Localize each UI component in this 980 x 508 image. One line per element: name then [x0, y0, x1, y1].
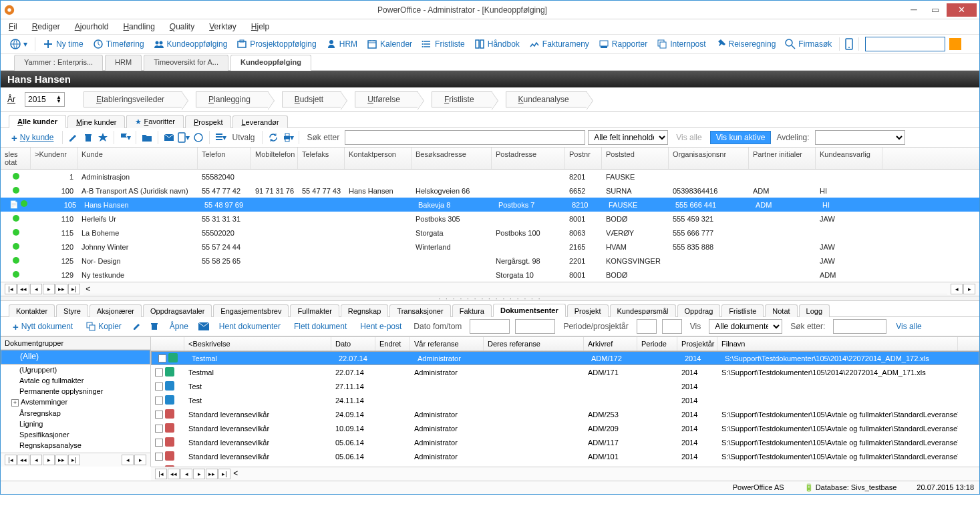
- table-row[interactable]: 110Herleifs Ur55 31 31 31Postboks 305800…: [1, 212, 979, 226]
- doc-col-header[interactable]: Deres referanse: [484, 337, 584, 350]
- detail-tab-regnskap[interactable]: Regnskap: [341, 304, 389, 317]
- dato-tom-input[interactable]: [515, 319, 555, 334]
- doc-col-header[interactable]: Filnavn: [717, 337, 958, 350]
- vis-select[interactable]: Alle dokumenter: [709, 319, 782, 334]
- tree-item[interactable]: (Alle): [1, 350, 150, 364]
- flag-icon[interactable]: ▾: [119, 132, 131, 144]
- mail-icon[interactable]: [163, 132, 175, 144]
- detail-tab-dokumentsenter[interactable]: Dokumentsenter: [493, 304, 566, 317]
- reiseregning-button[interactable]: Reiseregning: [711, 37, 780, 51]
- doc-col-header[interactable]: Periode: [637, 337, 677, 350]
- doc-row[interactable]: Testmal22.07.14AdministratorADM/1722014S…: [151, 351, 979, 365]
- table-row[interactable]: 129Ny testkundeStorgata 108001BODØADM: [1, 268, 979, 282]
- scroll-right[interactable]: ▸: [963, 284, 975, 294]
- col-header[interactable]: Besøksadresse: [412, 148, 492, 169]
- document-groups-tree[interactable]: Dokumentgrupper (Alle)(Ugruppert)Avtale …: [1, 337, 151, 467]
- table-row[interactable]: 125Nor- Design55 58 25 65Nergårsgt. 9822…: [1, 254, 979, 268]
- timeforing-button[interactable]: Timeføring: [89, 37, 148, 51]
- year-input[interactable]: 2015▲▼: [25, 92, 65, 107]
- scroll-left[interactable]: ◂: [951, 284, 963, 294]
- edit-icon[interactable]: [67, 132, 79, 144]
- menu-verktøy[interactable]: Verktøy: [209, 22, 236, 31]
- subtab-mine-kunder[interactable]: Mine kunder: [67, 115, 126, 128]
- doc-row[interactable]: Standard leveransevilkår05.06.14Administ…: [151, 435, 979, 449]
- nav-first[interactable]: |◂: [5, 284, 17, 294]
- detail-tab-transaksjoner[interactable]: Transaksjoner: [389, 304, 450, 317]
- doc-row[interactable]: Standard leveransevilkår10.09.14Administ…: [151, 421, 979, 435]
- search-field-select[interactable]: Alle felt inneholder: [588, 130, 668, 145]
- globe-icon[interactable]: [192, 132, 204, 144]
- col-header[interactable]: Poststed: [602, 148, 669, 169]
- toolbar-grid-icon[interactable]: [949, 38, 961, 50]
- col-header[interactable]: >Kundenr: [31, 148, 77, 169]
- vis-kun-aktive-button[interactable]: Vis kun aktive: [710, 131, 772, 144]
- col-header[interactable]: Postnr: [565, 148, 602, 169]
- nav-next[interactable]: ▸: [43, 284, 55, 294]
- col-header[interactable]: sles otat: [1, 148, 31, 169]
- utvalg-label[interactable]: Utvalg: [229, 133, 257, 142]
- detail-tab-kontakter[interactable]: Kontakter: [9, 304, 55, 317]
- phase-planlegging[interactable]: Planlegging: [196, 91, 269, 107]
- detail-tab-oppdrag[interactable]: Oppdrag: [677, 304, 721, 317]
- hrm-button[interactable]: HRM: [322, 37, 361, 51]
- table-row[interactable]: 📄 105Hans Hansen55 48 97 69Bakevja 8Post…: [1, 198, 979, 212]
- doc-col-header[interactable]: <Beskrivelse: [184, 337, 331, 350]
- customer-grid-body[interactable]: 1Administrasjon555820408201FAUSKE100A-B …: [1, 170, 979, 282]
- tree-item[interactable]: +Avstemminger: [1, 397, 150, 408]
- apne-button[interactable]: Åpne: [166, 320, 192, 332]
- tab-timeoversikt-for-a-[interactable]: Timeoversikt for A...: [144, 55, 228, 71]
- col-header[interactable]: Kundeansvarlig: [816, 148, 882, 169]
- subtab-alle-kunder[interactable]: Alle kunder: [9, 115, 66, 128]
- mobile-icon[interactable]: ▾: [178, 132, 190, 144]
- doc-row[interactable]: Standard leveransevilkår24.09.14Administ…: [151, 407, 979, 421]
- refresh-icon[interactable]: [267, 132, 279, 144]
- nav-nextpage[interactable]: ▸▸: [55, 284, 67, 294]
- nav-prev[interactable]: ◂: [30, 284, 42, 294]
- col-header[interactable]: Telefaks: [298, 148, 345, 169]
- kopier-button[interactable]: Kopier: [82, 320, 126, 332]
- tree-item[interactable]: Årsregnskap: [1, 408, 150, 419]
- prosjektaar-input[interactable]: [662, 319, 682, 334]
- phase-kundeanalyse[interactable]: Kundeanalyse: [506, 91, 587, 107]
- globe-dropdown[interactable]: ▾: [6, 37, 31, 51]
- tree-item[interactable]: (Ugruppert): [1, 364, 150, 375]
- close-button[interactable]: ✕: [947, 3, 977, 17]
- menu-handling[interactable]: Handling: [123, 22, 154, 31]
- nav-last[interactable]: ▸|: [68, 284, 80, 294]
- firmasok-button[interactable]: Firmasøk: [781, 37, 836, 51]
- avdeling-select[interactable]: [815, 130, 905, 145]
- document-grid[interactable]: <BeskrivelseDatoEndretVår referanseDeres…: [151, 337, 979, 467]
- detail-tab-oppdragsavtaler[interactable]: Oppdragsavtaler: [143, 304, 212, 317]
- table-row[interactable]: 120Johnny Winter55 57 24 44Winterland216…: [1, 240, 979, 254]
- detail-tab-engasjementsbrev[interactable]: Engasjementsbrev: [213, 304, 289, 317]
- subtab-leverand-r[interactable]: Leverandør: [232, 115, 287, 128]
- phase-fristliste[interactable]: Fristliste: [432, 91, 492, 107]
- subtab-prospekt[interactable]: Prospekt: [185, 115, 231, 128]
- list-icon[interactable]: ▾: [214, 132, 226, 144]
- kalender-button[interactable]: Kalender: [363, 37, 416, 51]
- col-header[interactable]: Mobiltelefon: [251, 148, 298, 169]
- menu-ajourhold[interactable]: Ajourhold: [75, 22, 109, 31]
- ny-kunde-button[interactable]: + Ny kunde: [7, 131, 57, 145]
- tree-item[interactable]: Ligning: [1, 419, 150, 429]
- col-header[interactable]: Kunde: [77, 148, 198, 169]
- tree-item[interactable]: Regnskapsanalyse: [1, 440, 150, 451]
- periode-input[interactable]: [637, 319, 657, 334]
- detail-tab-fristliste[interactable]: Fristliste: [721, 304, 764, 317]
- ny-time-button[interactable]: Ny time: [39, 37, 88, 51]
- fristliste-button[interactable]: Fristliste: [418, 37, 469, 51]
- kundeoppfolging-button[interactable]: Kundeoppfølging: [150, 37, 232, 51]
- minimize-button[interactable]: ─: [904, 3, 924, 17]
- mail-doc-icon[interactable]: [198, 320, 210, 332]
- vis-alle-button[interactable]: Vis alle: [671, 132, 707, 144]
- nav-prevpage[interactable]: ◂◂: [17, 284, 29, 294]
- doc-col-header[interactable]: Vår referanse: [410, 337, 484, 350]
- hent-dokumenter-button[interactable]: Hent dokumenter: [215, 320, 285, 332]
- menu-hjelp[interactable]: Hjelp: [251, 22, 269, 31]
- nytt-dokument-button[interactable]: + Nytt dokument: [9, 320, 77, 334]
- mobile-icon[interactable]: [843, 38, 855, 50]
- table-row[interactable]: 100A-B Transport AS (Juridisk navn)55 47…: [1, 184, 979, 198]
- col-header[interactable]: Postadresse: [492, 148, 565, 169]
- splitter[interactable]: · · · · · · · · · · · · · · ·: [1, 296, 979, 301]
- doc-col-header[interactable]: Endret: [375, 337, 410, 350]
